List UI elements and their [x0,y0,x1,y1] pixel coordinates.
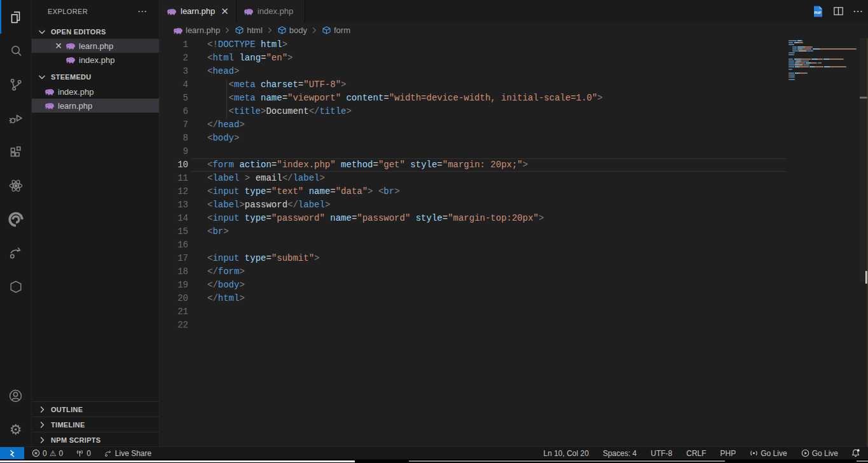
live-share-status[interactable]: Live Share [100,447,155,459]
code-line-20[interactable]: </html> [207,292,603,305]
remote-cube-icon[interactable] [0,270,31,303]
file-row-learn-php[interactable]: learn.php [32,99,159,113]
indentation-setting[interactable]: Spaces: 4 [599,447,640,459]
ports-indicator[interactable]: 0 [72,447,95,459]
line-number: 7 [169,118,188,132]
file-label: index.php [58,87,93,97]
timeline-section[interactable]: TIMELINE [32,417,159,432]
outline-label: OUTLINE [51,406,83,413]
code-content[interactable]: <!DOCTYPE html><html lang="en"><head> <m… [207,38,603,332]
search-icon[interactable] [0,34,31,67]
minimap[interactable] [789,40,860,85]
code-line-6[interactable]: <title>Document</title> [207,105,603,118]
code-line-14[interactable]: <input type="password" name="password" s… [207,212,603,225]
explorer-icon[interactable] [0,0,31,34]
outline-section[interactable]: OUTLINE [32,401,159,417]
code-line-3[interactable]: <head> [207,65,603,78]
notifications-bell[interactable] [847,447,864,459]
open-editor-index-php[interactable]: index.php [32,53,159,67]
source-control-icon[interactable] [0,67,31,101]
editor-actions: PHP ⋯ [812,0,863,22]
indentation-label: Spaces: 4 [603,449,637,458]
accounts-icon[interactable] [0,379,31,413]
svg-text:PHP: PHP [815,10,822,14]
tab-label: learn.php [181,6,215,16]
broadcast-tower-icon [76,449,84,457]
go-live-play-button[interactable]: Go Live [797,447,842,459]
go-live-server-button[interactable]: Go Live [746,447,790,459]
npm-scripts-label: NPM SCRIPTS [51,436,100,444]
code-line-22[interactable] [207,319,603,332]
video-progress-played [0,460,355,462]
line-number: 5 [169,92,188,105]
line-number: 10 [169,158,188,172]
split-editor-icon[interactable] [832,5,844,17]
line-number: 17 [169,252,188,265]
breadcrumb-body[interactable]: body [277,25,307,35]
views-more-actions-icon[interactable]: ⋯ [137,6,148,17]
error-count: 0 [43,449,47,458]
language-mode[interactable]: PHP [717,447,740,459]
line-number: 1 [169,38,188,52]
tab-learn-php[interactable]: learn.php ✕ [160,0,237,22]
breadcrumb-html[interactable]: html [235,25,263,35]
warnings-icon: ⚠ [50,449,57,458]
npm-scripts-section[interactable]: NPM SCRIPTS [32,432,159,447]
code-editor[interactable]: 12345678910111213141516171819202122 <!DO… [160,38,868,446]
symbol-cube-icon [277,25,287,35]
browser-preview-icon[interactable] [0,202,31,236]
php-file-icon [45,86,55,97]
remote-icon [8,448,17,458]
run-debug-icon[interactable] [0,101,31,135]
eol-setting[interactable]: CRLF [682,447,710,459]
language-label: PHP [720,449,736,458]
code-line-12[interactable]: <input type="text" name="data"> <br> [207,185,603,198]
code-line-8[interactable]: <body> [207,132,603,145]
more-actions-icon[interactable]: ⋯ [853,5,863,17]
encoding-label: UTF-8 [651,449,672,458]
encoding-setting[interactable]: UTF-8 [647,447,676,459]
cursor-position[interactable]: Ln 10, Col 20 [539,447,592,459]
code-line-17[interactable]: <input type="submit"> [207,252,603,265]
code-line-9[interactable] [207,145,603,158]
php-file-icon [244,6,254,17]
tab-index-php[interactable]: index.php [237,0,305,22]
code-line-16[interactable] [207,238,603,252]
code-line-4[interactable]: <meta charset="UTF-8"> [207,78,603,92]
problems-indicator[interactable]: 0 ⚠ 0 [28,447,67,459]
close-icon[interactable]: ✕ [54,41,63,50]
open-editor-learn-php[interactable]: ✕ learn.php [32,39,159,53]
close-tab-icon[interactable]: ✕ [221,6,229,17]
code-line-11[interactable]: <label > email</label> [207,172,603,185]
code-line-15[interactable]: <br> [207,225,603,238]
settings-gear-icon[interactable]: ⚙ [0,413,31,446]
play-circle-icon [801,449,809,457]
code-line-10[interactable]: <form action="index.php" method="get" st… [207,158,603,172]
go-live-label: Go Live [761,449,787,458]
open-editors-header[interactable]: OPEN EDITORS [32,25,159,39]
breadcrumb-form[interactable]: form [322,25,350,35]
react-extension-icon[interactable] [0,169,31,202]
line-number: 12 [169,185,188,198]
folder-header-steemedu[interactable]: STEEMEDU [32,70,159,84]
code-line-18[interactable]: </form> [207,265,603,279]
code-line-13[interactable]: <label>password</label> [207,198,603,212]
open-editor-label: index.php [79,55,114,65]
line-number: 13 [169,198,188,212]
code-line-7[interactable]: </head> [207,118,603,132]
code-line-21[interactable] [207,305,603,319]
code-line-1[interactable]: <!DOCTYPE html> [207,38,603,52]
code-line-2[interactable]: <html lang="en"> [207,52,603,65]
remote-indicator[interactable] [0,447,24,459]
line-number: 18 [169,265,188,279]
sidebar-header: EXPLORER ⋯ [32,0,159,22]
chevron-right-icon [266,26,274,34]
code-line-5[interactable]: <meta name="viewport" content="width=dev… [207,92,603,105]
breadcrumb-file[interactable]: learn.php [173,25,220,36]
chevron-right-icon [223,26,231,34]
code-line-19[interactable]: </body> [207,279,603,292]
extensions-icon[interactable] [0,135,31,169]
php-run-icon[interactable]: PHP [812,5,824,18]
file-row-index-php[interactable]: index.php [32,85,159,99]
live-share-icon[interactable] [0,236,31,270]
